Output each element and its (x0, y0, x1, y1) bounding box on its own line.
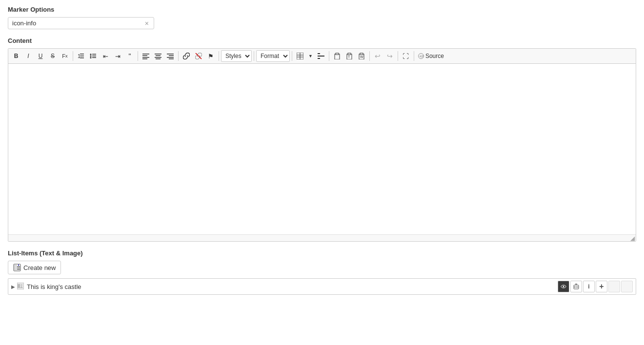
styles-select[interactable]: Styles (221, 50, 252, 62)
format-x-button[interactable]: Fx (59, 50, 71, 62)
svg-rect-12 (142, 57, 149, 58)
link-button[interactable] (181, 50, 192, 62)
marker-clear-button[interactable]: × (144, 20, 150, 27)
paste-text-icon: T (346, 53, 353, 59)
svg-rect-18 (167, 54, 174, 55)
eye-icon (561, 284, 566, 289)
svg-point-49 (20, 284, 22, 286)
svg-rect-19 (169, 56, 174, 57)
list-item-spacer-1 (608, 281, 620, 292)
align-center-button[interactable] (152, 50, 164, 62)
svg-point-51 (563, 286, 564, 288)
table-button[interactable] (294, 50, 306, 62)
svg-rect-29 (318, 58, 320, 59)
align-center-icon (155, 53, 161, 59)
italic-button[interactable]: I (22, 50, 34, 62)
marker-options-section: Marker Options icon-info × (8, 6, 636, 29)
svg-rect-7 (92, 54, 96, 55)
svg-rect-20 (167, 57, 174, 58)
list-item-add-button[interactable]: + (596, 281, 607, 292)
separator-9 (398, 51, 398, 61)
editor-body[interactable] (8, 64, 636, 234)
marker-input-wrapper: icon-info × (8, 17, 154, 29)
unlink-icon (195, 53, 202, 59)
table-dropdown-button[interactable]: ▼ (306, 50, 315, 62)
undo-button[interactable]: ↩ (372, 50, 383, 62)
list-item-spacer-2 (621, 281, 633, 292)
content-section: Content B I U S Fx 1. (8, 37, 636, 242)
fullscreen-button[interactable]: ⛶ (400, 50, 412, 62)
create-new-button[interactable]: Create new (8, 261, 61, 274)
svg-rect-13 (142, 58, 147, 59)
list-item: ▶ This is king's castle (8, 278, 636, 295)
source-icon: </> (418, 53, 424, 59)
hr-icon (318, 53, 324, 59)
svg-rect-15 (156, 56, 161, 57)
list-item-text: This is king's castle (27, 283, 558, 290)
separator-7 (329, 51, 329, 61)
marker-options-label: Marker Options (8, 6, 636, 13)
svg-point-5 (90, 56, 92, 57)
table-icon (297, 53, 303, 59)
redo-button[interactable]: ↪ (384, 50, 396, 62)
separator-1 (73, 51, 73, 61)
separator-8 (369, 51, 370, 61)
svg-text:</>: </> (420, 54, 424, 58)
unordered-list-button[interactable] (87, 50, 99, 62)
paste-word-icon: W (358, 53, 365, 59)
list-item-type-icon (17, 283, 24, 291)
list-item-delete-button[interactable] (570, 281, 582, 292)
svg-rect-48 (18, 284, 20, 288)
svg-rect-3 (80, 58, 84, 58)
indent-increase-button[interactable]: ⇥ (112, 50, 123, 62)
svg-line-22 (196, 53, 201, 59)
separator-3 (178, 51, 179, 61)
paste-button[interactable] (331, 50, 343, 62)
svg-rect-31 (336, 53, 339, 55)
bold-button[interactable]: B (10, 50, 22, 62)
svg-rect-17 (156, 58, 161, 59)
unlink-button[interactable] (193, 50, 204, 62)
editor-wrapper: B I U S Fx 1. (8, 48, 636, 242)
create-new-icon (13, 264, 21, 271)
editor-resize-handle: ◢ (8, 234, 636, 241)
source-button[interactable]: </> Source (416, 50, 446, 62)
svg-rect-16 (155, 57, 161, 58)
separator-2 (138, 51, 138, 61)
svg-rect-10 (142, 54, 149, 55)
list-item-visibility-button[interactable] (558, 281, 569, 292)
content-label: Content (8, 37, 636, 44)
separator-4 (219, 51, 219, 61)
svg-rect-2 (80, 56, 84, 57)
editor-toolbar: B I U S Fx 1. (8, 49, 636, 64)
list-item-expander[interactable]: ▶ (11, 284, 15, 289)
paste-text-button[interactable]: T (343, 50, 355, 62)
marker-input-value: icon-info (12, 19, 144, 27)
svg-point-4 (90, 54, 92, 55)
horizontal-rule-button[interactable] (315, 50, 327, 62)
blockquote-button[interactable]: " (124, 50, 136, 62)
svg-rect-1 (80, 54, 84, 55)
list-item-info-button[interactable]: i (583, 281, 595, 292)
strikethrough-button[interactable]: S (47, 50, 59, 62)
delete-icon (573, 284, 579, 289)
svg-rect-21 (169, 58, 174, 59)
svg-text:W: W (360, 55, 363, 58)
separator-6 (292, 51, 292, 61)
align-right-icon (167, 53, 174, 59)
resize-corner-icon: ◢ (630, 235, 635, 241)
align-right-button[interactable] (164, 50, 176, 62)
format-select[interactable]: Format (256, 50, 290, 62)
flag-button[interactable]: ⚑ (205, 50, 217, 62)
ordered-list-button[interactable]: 1. (75, 50, 87, 62)
svg-rect-27 (318, 56, 324, 57)
svg-rect-9 (92, 58, 96, 58)
paste-word-button[interactable]: W (356, 50, 367, 62)
svg-rect-11 (142, 56, 147, 57)
svg-rect-14 (155, 54, 161, 55)
svg-rect-28 (318, 53, 320, 54)
underline-button[interactable]: U (35, 50, 46, 62)
svg-rect-41 (14, 265, 17, 270)
align-left-button[interactable] (140, 50, 152, 62)
indent-decrease-button[interactable]: ⇤ (100, 50, 111, 62)
